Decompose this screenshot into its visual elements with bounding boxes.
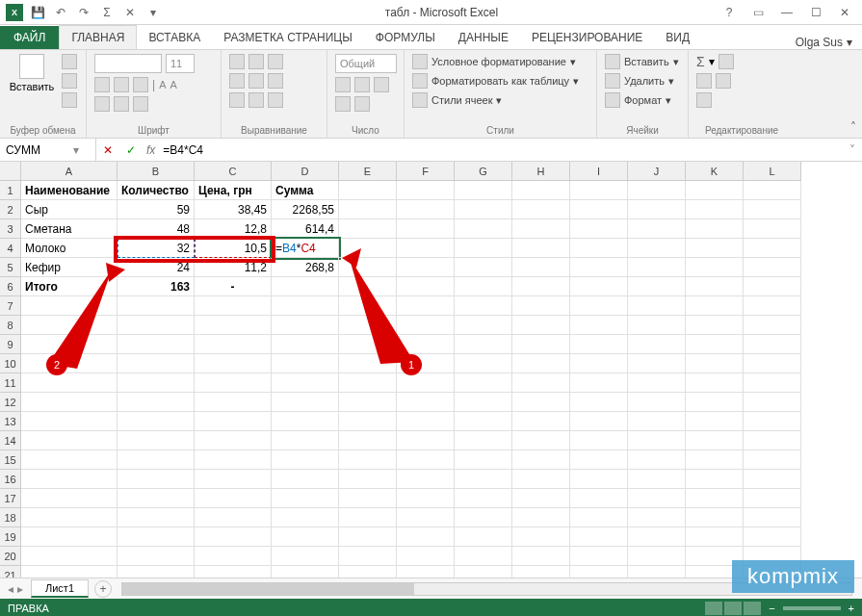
cell[interactable]	[686, 527, 744, 547]
cell[interactable]	[272, 431, 339, 450]
cell[interactable]	[455, 450, 512, 470]
wrap-text-icon[interactable]	[268, 92, 283, 108]
cell[interactable]	[339, 239, 397, 258]
cell[interactable]: 38,45	[195, 200, 272, 219]
cell[interactable]	[21, 335, 118, 354]
cell[interactable]	[339, 489, 397, 508]
row-header[interactable]: 3	[0, 219, 21, 239]
cell[interactable]	[397, 239, 455, 258]
cell[interactable]	[628, 181, 686, 200]
cell[interactable]	[397, 450, 455, 470]
cell[interactable]: 2268,55	[272, 200, 339, 219]
fill-color-icon[interactable]	[114, 96, 129, 112]
cell[interactable]	[118, 508, 195, 527]
cell[interactable]	[744, 258, 801, 277]
cell[interactable]	[628, 527, 686, 547]
user-account[interactable]: Olga Sus▾	[786, 36, 862, 49]
cell[interactable]	[21, 527, 118, 547]
cell[interactable]	[339, 450, 397, 470]
cell[interactable]	[21, 470, 118, 489]
cell[interactable]	[570, 258, 628, 277]
tab-page-layout[interactable]: РАЗМЕТКА СТРАНИЦЫ	[212, 26, 364, 49]
cell[interactable]	[339, 373, 397, 393]
cell-styles-button[interactable]: Стили ячеек ▾	[412, 92, 502, 108]
cell[interactable]	[686, 296, 744, 316]
cell[interactable]	[744, 239, 801, 258]
cell[interactable]	[397, 373, 455, 393]
redo-icon[interactable]: ↷	[75, 4, 92, 21]
conditional-formatting-button[interactable]: Условное форматирование ▾	[412, 54, 576, 69]
sheet-tab[interactable]: Лист1	[31, 579, 89, 598]
row-header[interactable]: 16	[0, 470, 21, 489]
spreadsheet-grid[interactable]: ABCDEFGHIJKL 123456789101112131415161718…	[0, 162, 862, 578]
minimize-icon[interactable]: —	[773, 3, 800, 22]
cell[interactable]	[21, 393, 118, 412]
column-header[interactable]: E	[339, 162, 397, 181]
cell[interactable]	[339, 508, 397, 527]
cell[interactable]	[118, 393, 195, 412]
cell[interactable]	[195, 431, 272, 450]
cell[interactable]	[195, 354, 272, 373]
collapse-ribbon-icon[interactable]: ˄	[850, 120, 856, 134]
cell[interactable]	[744, 470, 801, 489]
cell[interactable]	[21, 373, 118, 393]
cell[interactable]	[628, 547, 686, 566]
cell[interactable]	[455, 316, 512, 335]
view-buttons[interactable]	[705, 602, 761, 615]
cell[interactable]: Цена, грн	[195, 181, 272, 200]
column-header[interactable]: K	[686, 162, 744, 181]
row-header[interactable]: 4	[0, 239, 21, 258]
cell[interactable]	[21, 412, 118, 431]
cell[interactable]	[686, 393, 744, 412]
row-header[interactable]: 17	[0, 489, 21, 508]
cut-icon[interactable]	[62, 54, 77, 69]
cell[interactable]	[339, 412, 397, 431]
cell[interactable]	[686, 239, 744, 258]
cell[interactable]	[118, 354, 195, 373]
cell[interactable]	[744, 277, 801, 296]
cell[interactable]	[744, 393, 801, 412]
cell[interactable]	[686, 470, 744, 489]
cell[interactable]	[628, 412, 686, 431]
cell[interactable]	[512, 296, 570, 316]
paste-button[interactable]: Вставить	[8, 54, 56, 92]
cell[interactable]	[21, 489, 118, 508]
cell[interactable]: Сумма	[272, 181, 339, 200]
cell[interactable]	[744, 200, 801, 219]
tab-view[interactable]: ВИД	[654, 26, 701, 49]
cell[interactable]	[455, 373, 512, 393]
cell[interactable]	[397, 566, 455, 578]
cell[interactable]	[21, 450, 118, 470]
cell[interactable]	[628, 219, 686, 239]
cell[interactable]	[118, 527, 195, 547]
indent-dec-icon[interactable]	[229, 92, 245, 108]
cell[interactable]	[512, 239, 570, 258]
column-header[interactable]: G	[455, 162, 512, 181]
cell[interactable]: 59	[118, 200, 195, 219]
format-cells-button[interactable]: Формат ▾	[605, 92, 671, 108]
cell[interactable]	[272, 393, 339, 412]
cell[interactable]	[339, 393, 397, 412]
cell[interactable]	[21, 354, 118, 373]
cell[interactable]: 10,5	[195, 239, 272, 258]
cell[interactable]	[195, 393, 272, 412]
cell[interactable]	[512, 316, 570, 335]
cell[interactable]	[272, 527, 339, 547]
cell[interactable]	[512, 335, 570, 354]
cell[interactable]	[397, 489, 455, 508]
column-header[interactable]: C	[195, 162, 272, 181]
column-header[interactable]: H	[512, 162, 570, 181]
cell[interactable]	[628, 373, 686, 393]
new-sheet-button[interactable]: +	[94, 580, 112, 598]
cell[interactable]	[628, 508, 686, 527]
zoom-in-icon[interactable]: +	[849, 603, 854, 614]
column-header[interactable]: L	[744, 162, 801, 181]
cell[interactable]	[570, 219, 628, 239]
cell[interactable]	[744, 373, 801, 393]
cell[interactable]	[512, 393, 570, 412]
cell[interactable]	[628, 335, 686, 354]
cell[interactable]	[686, 412, 744, 431]
cell[interactable]: Итого	[21, 277, 118, 296]
cell[interactable]	[272, 450, 339, 470]
row-header[interactable]: 13	[0, 412, 21, 431]
